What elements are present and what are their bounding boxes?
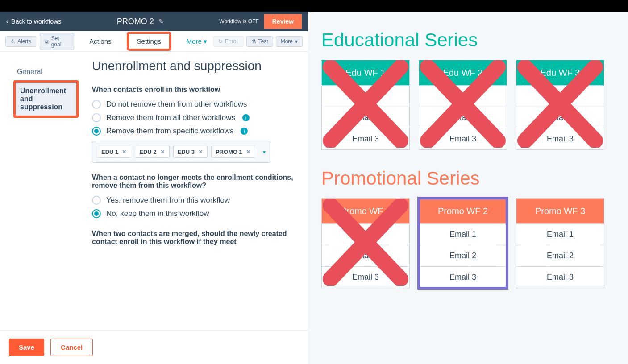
workflow-card-title: Promo WF 1 xyxy=(322,199,409,223)
set-goal-button[interactable]: ◎ Set goal xyxy=(40,33,75,50)
radio-label: Yes, remove them from this workflow xyxy=(106,196,230,205)
sidenav-general[interactable]: General xyxy=(13,63,79,80)
radio-icon xyxy=(92,209,101,218)
promotional-series-title: Promotional Series xyxy=(321,168,615,189)
sidenav-unenrollment[interactable]: Unenrollment and suppression xyxy=(13,80,79,118)
back-to-workflows-link[interactable]: ‹ Back to workflows xyxy=(6,17,61,25)
remove-token-icon[interactable]: ✕ xyxy=(198,149,203,155)
remove-token-icon[interactable]: ✕ xyxy=(160,149,165,155)
workflow-card-row: Email 2 xyxy=(419,245,507,266)
review-button[interactable]: Review xyxy=(264,14,302,29)
tab-settings[interactable]: Settings xyxy=(127,32,171,51)
caret-down-icon: ▾ xyxy=(295,38,298,45)
tab-more[interactable]: More ▾ xyxy=(184,32,210,51)
workflow-card: Promo WF 1Email 1Email 2Email 3 xyxy=(321,198,410,288)
token-promo1: PROMO 1 ✕ xyxy=(211,146,255,158)
cancel-button[interactable]: Cancel xyxy=(50,339,93,356)
workflow-title: PROMO 2 xyxy=(117,17,154,26)
workflow-card-title: Edu WF 2 xyxy=(419,60,507,85)
workflow-card-row: Email 1 xyxy=(516,85,604,107)
caret-down-icon: ▾ xyxy=(204,37,207,46)
workflow-title-wrap: PROMO 2 ✎ xyxy=(67,17,214,26)
radio-icon xyxy=(92,100,101,109)
target-icon: ◎ xyxy=(45,38,49,45)
token-edu2: EDU 2 ✕ xyxy=(135,146,169,158)
workflow-select-input[interactable]: EDU 1 ✕ EDU 2 ✕ EDU 3 ✕ PROMO 1 ✕ xyxy=(92,141,270,163)
workflow-card: Edu WF 1Email 1Email 2Email 3 xyxy=(321,60,410,150)
warning-icon: ⚠ xyxy=(10,38,15,45)
alerts-button[interactable]: ⚠ Alerts xyxy=(5,36,36,47)
radio-remove-all[interactable]: Remove them from all other workflows i xyxy=(92,113,297,122)
promo-card-row: Promo WF 1Email 1Email 2Email 3Promo WF … xyxy=(321,198,615,288)
more-label: More xyxy=(281,38,293,45)
test-button[interactable]: ⚗ Test xyxy=(246,36,273,47)
radio-label: Remove them from specific workflows xyxy=(106,127,233,136)
page-title: Unenrollment and suppression xyxy=(92,59,297,73)
workflow-card-row: Email 3 xyxy=(516,128,604,149)
enroll-label: Enroll xyxy=(225,38,239,45)
radio-remove-specific[interactable]: Remove them from specific workflows i xyxy=(92,127,297,136)
token-label: EDU 3 xyxy=(178,149,195,155)
workflow-card-row: Email 1 xyxy=(322,85,409,107)
remove-token-icon[interactable]: ✕ xyxy=(122,149,127,155)
workflow-card: Edu WF 2Email 1Email 2Email 3 xyxy=(419,60,507,150)
workflow-card-row: Email 1 xyxy=(322,223,409,245)
tab-more-label: More xyxy=(187,37,202,45)
tab-bar: ⚠ Alerts ◎ Set goal Actions Settings Mor… xyxy=(0,31,308,52)
workflow-header: ‹ Back to workflows PROMO 2 ✎ Workflow i… xyxy=(0,12,308,31)
workflow-card-row: Email 2 xyxy=(322,245,409,266)
alerts-label: Alerts xyxy=(17,38,31,45)
token-label: EDU 1 xyxy=(101,149,118,155)
footer-actions: Save Cancel xyxy=(0,330,308,364)
workflow-card-row: Email 3 xyxy=(322,128,409,149)
radio-yes-remove[interactable]: Yes, remove them from this workflow xyxy=(92,196,297,205)
tab-actions[interactable]: Actions xyxy=(87,32,114,50)
enroll-button: ↻ Enroll xyxy=(213,36,244,47)
settings-sidenav: General Unenrollment and suppression xyxy=(0,52,85,330)
edu-card-row: Edu WF 1Email 1Email 2Email 3Edu WF 2Ema… xyxy=(321,60,615,150)
workflow-card-row: Email 2 xyxy=(516,245,604,266)
question-enroll: When contacts enroll in this workflow xyxy=(92,86,297,94)
token-label: EDU 2 xyxy=(139,149,156,155)
workflow-card-row: Email 1 xyxy=(516,223,604,245)
illustration-panel: Educational Series Edu WF 1Email 1Email … xyxy=(308,12,628,364)
radio-icon xyxy=(92,127,101,136)
workflow-card-title: Edu WF 1 xyxy=(322,60,409,85)
info-icon[interactable]: i xyxy=(241,128,248,135)
settings-main: Unenrollment and suppression When contac… xyxy=(85,52,308,330)
question-no-longer-meets: When a contact no longer meets the enrol… xyxy=(92,174,297,190)
edit-title-icon[interactable]: ✎ xyxy=(158,18,164,25)
radio-label: No, keep them in this workflow xyxy=(106,209,209,218)
token-edu1: EDU 1 ✕ xyxy=(97,146,131,158)
token-edu3: EDU 3 ✕ xyxy=(173,146,208,158)
workflow-card: Promo WF 3Email 1Email 2Email 3 xyxy=(516,198,604,288)
workflow-card-title: Promo WF 3 xyxy=(516,199,604,223)
remove-token-icon[interactable]: ✕ xyxy=(246,149,251,155)
workflow-card-row: Email 2 xyxy=(419,107,507,128)
save-button[interactable]: Save xyxy=(9,339,44,356)
more-actions-button[interactable]: More ▾ xyxy=(276,36,303,47)
workflow-card-row: Email 2 xyxy=(516,107,604,128)
info-icon[interactable]: i xyxy=(242,114,250,121)
workflow-card-row: Email 3 xyxy=(419,128,507,149)
workflow-card: Edu WF 3Email 1Email 2Email 3 xyxy=(516,60,604,150)
workflow-card: Promo WF 2Email 1Email 2Email 3 xyxy=(419,198,507,288)
workflow-card-title: Edu WF 3 xyxy=(516,60,604,85)
back-label: Back to workflows xyxy=(11,18,61,25)
radio-label: Do not remove them from other workflows xyxy=(106,100,247,109)
workflow-card-title: Promo WF 2 xyxy=(419,199,507,223)
workflow-card-row: Email 3 xyxy=(516,266,604,288)
workflow-card-row: Email 1 xyxy=(419,223,507,245)
workflow-card-row: Email 3 xyxy=(322,266,409,288)
radio-icon xyxy=(92,196,101,205)
workflow-card-row: Email 1 xyxy=(419,85,507,107)
caret-down-icon[interactable]: ▾ xyxy=(263,149,266,155)
radio-no-keep[interactable]: No, keep them in this workflow xyxy=(92,209,297,218)
chevron-left-icon: ‹ xyxy=(6,17,8,25)
app-left-panel: ‹ Back to workflows PROMO 2 ✎ Workflow i… xyxy=(0,12,308,364)
refresh-icon: ↻ xyxy=(218,38,223,45)
workflow-status: Workflow is OFF xyxy=(219,18,258,25)
radio-do-not-remove[interactable]: Do not remove them from other workflows xyxy=(92,100,297,109)
flask-icon: ⚗ xyxy=(251,38,256,45)
question-merge: When two contacts are merged, should the… xyxy=(92,230,297,246)
